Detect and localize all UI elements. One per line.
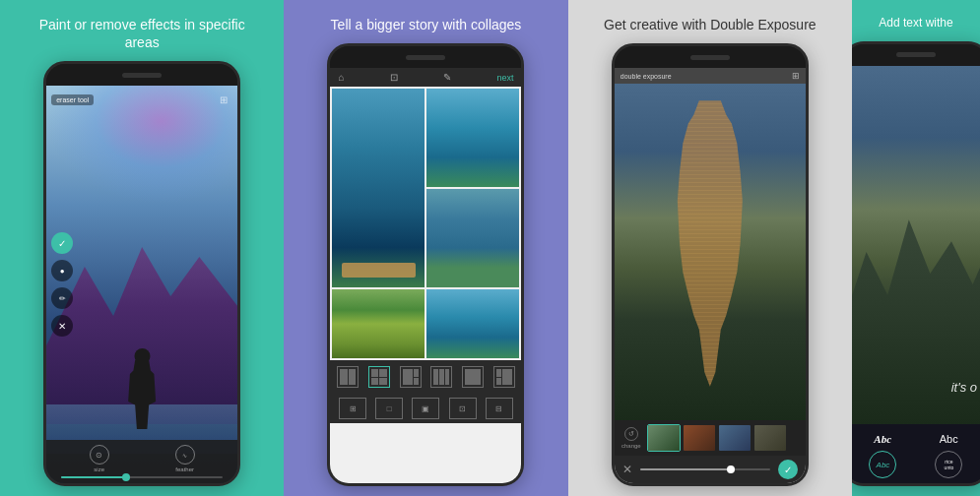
layout-cell bbox=[502, 369, 512, 385]
de-opacity-slider[interactable] bbox=[640, 468, 770, 470]
slider-thumb[interactable] bbox=[122, 473, 130, 481]
layout-cell bbox=[414, 369, 419, 377]
bottom-layout-4[interactable]: ⊡ bbox=[449, 398, 477, 419]
layout-3col-icon[interactable] bbox=[430, 366, 452, 388]
home-nav-icon[interactable]: ⌂ bbox=[338, 72, 344, 83]
text-bg-photo bbox=[852, 66, 980, 424]
phone-speaker-2 bbox=[406, 55, 445, 60]
screen-collage: ⌂ ⊡ ✎ next bbox=[330, 68, 521, 483]
phone-speaker-4 bbox=[896, 52, 936, 57]
bottom-layout-5[interactable]: ⊟ bbox=[486, 398, 513, 419]
panel-eraser-title: Paint or remove effects in specific area… bbox=[33, 16, 250, 51]
text-tools-row: Abc rtceunto bbox=[852, 451, 980, 478]
collage-top-bar: ⌂ ⊡ ✎ next bbox=[330, 68, 521, 87]
font-option-1[interactable]: Abc bbox=[870, 429, 895, 447]
collage-cell-3[interactable] bbox=[426, 189, 519, 287]
font-sans-label: Abc bbox=[936, 431, 962, 447]
de-confirm-button[interactable]: ✓ bbox=[778, 460, 798, 479]
layout-cell bbox=[439, 369, 444, 385]
de-slider-thumb[interactable] bbox=[727, 465, 735, 473]
layout-cell bbox=[433, 369, 438, 385]
phone-collage: ⌂ ⊡ ✎ next bbox=[327, 43, 524, 486]
feather-tool[interactable]: ∿ feather bbox=[175, 445, 195, 472]
rtce-tool[interactable]: rtceunto bbox=[935, 451, 962, 478]
de-layout-icon[interactable]: ⊞ bbox=[792, 71, 800, 81]
person-body bbox=[125, 360, 160, 429]
collage-layouts bbox=[330, 360, 521, 394]
de-change-icon: ↺ bbox=[624, 427, 638, 441]
de-thumb-2[interactable] bbox=[683, 424, 716, 452]
next-button[interactable]: next bbox=[496, 73, 513, 83]
text-photo-area: it's o bbox=[852, 66, 980, 424]
tool-row: ⊙ size ∿ feather bbox=[56, 445, 228, 472]
slider-row bbox=[56, 476, 228, 478]
collage-cell-5[interactable] bbox=[426, 289, 519, 358]
layout-cell bbox=[379, 378, 387, 386]
bottom-layout-3[interactable]: ▣ bbox=[412, 398, 439, 419]
de-cancel-button[interactable]: ✕ bbox=[622, 463, 632, 476]
panel-collage-title: Tell a bigger story with collages bbox=[331, 16, 522, 33]
edit-nav-icon[interactable]: ✎ bbox=[443, 72, 451, 83]
bottom-layout-1[interactable]: ⊞ bbox=[339, 398, 366, 419]
slider-fill bbox=[61, 476, 126, 478]
layout-nav-icon[interactable]: ⊡ bbox=[390, 72, 398, 83]
collage-cell-4[interactable] bbox=[332, 289, 425, 358]
layout-cell bbox=[371, 378, 379, 386]
de-thumb-img-3 bbox=[719, 425, 751, 451]
bottom-layout-bar: ⊞ □ ▣ ⊡ ⊟ bbox=[330, 394, 521, 423]
de-thumb-4[interactable] bbox=[753, 424, 787, 452]
layout-single-icon[interactable] bbox=[462, 366, 484, 388]
phone-eraser: eraser tool ⊞ ✓ ● ✏ ✕ ⊙ size ∿ bbox=[43, 61, 240, 486]
collage-cell-2[interactable] bbox=[426, 89, 519, 187]
layout-mix-icon[interactable] bbox=[368, 366, 390, 388]
de-change-label: change bbox=[618, 443, 645, 449]
de-thumb-3[interactable] bbox=[718, 424, 751, 452]
layout-cell bbox=[496, 369, 501, 377]
check-tool-btn[interactable]: ✓ bbox=[51, 232, 73, 254]
panel-eraser: Paint or remove effects in specific area… bbox=[0, 0, 284, 496]
feather-icon: ∿ bbox=[175, 445, 195, 465]
top-toolbar-eraser: eraser tool ⊞ bbox=[51, 91, 232, 108]
panel-double-exposure: Get creative with Double Exposure double… bbox=[568, 0, 852, 496]
de-thumb-img-2 bbox=[684, 425, 715, 451]
layout-cell bbox=[445, 369, 450, 385]
de-thumb-1[interactable] bbox=[647, 424, 681, 452]
phone-top-bar-1 bbox=[46, 64, 237, 86]
phone-top-bar-4 bbox=[852, 44, 980, 66]
phone-text: it's o Abc Abc Abc bbox=[852, 41, 980, 486]
collage-grid bbox=[330, 87, 521, 289]
phone-double-exposure: double exposure ⊞ ↺ change bbox=[612, 43, 809, 486]
slider-track[interactable] bbox=[61, 476, 223, 478]
panel-collage: Tell a bigger story with collages ⌂ ⊡ ✎ … bbox=[284, 0, 567, 496]
layout-cell bbox=[496, 378, 501, 386]
font-serif-label: Abc bbox=[870, 431, 895, 447]
de-top-bar: double exposure ⊞ bbox=[615, 68, 806, 84]
layout-asymm-icon[interactable] bbox=[400, 366, 422, 388]
collage-cell-1[interactable] bbox=[332, 89, 425, 287]
size-tool[interactable]: ⊙ size bbox=[90, 445, 109, 472]
de-change-button[interactable]: ↺ change bbox=[618, 427, 645, 449]
screen-eraser: eraser tool ⊞ ✓ ● ✏ ✕ ⊙ size ∿ bbox=[46, 86, 237, 483]
layout-icon-btn[interactable]: ⊞ bbox=[215, 91, 232, 108]
layout-mix2-icon[interactable] bbox=[493, 366, 515, 388]
bottom-layout-2[interactable]: □ bbox=[375, 398, 403, 419]
x-tool-btn[interactable]: ✕ bbox=[51, 315, 73, 337]
layout-cell bbox=[414, 378, 419, 386]
pencil-tool-btn[interactable]: ✏ bbox=[51, 287, 73, 309]
panel-de-title: Get creative with Double Exposure bbox=[604, 16, 817, 33]
de-main-image bbox=[615, 84, 806, 420]
screen-text: it's o Abc Abc Abc bbox=[852, 66, 980, 483]
layout-2col-icon[interactable] bbox=[337, 366, 359, 388]
feather-label: feather bbox=[175, 466, 195, 472]
text-overlay: it's o bbox=[951, 380, 977, 395]
de-slider-fill bbox=[640, 468, 731, 470]
size-icon: ⊙ bbox=[90, 445, 109, 465]
abc-circle-tool[interactable]: Abc bbox=[869, 451, 896, 478]
text-content: it's o bbox=[951, 380, 977, 395]
circle-tool-btn[interactable]: ● bbox=[51, 260, 73, 281]
font-option-2[interactable]: Abc bbox=[936, 429, 962, 447]
layout-cell bbox=[349, 369, 357, 385]
phone-speaker-3 bbox=[690, 55, 730, 60]
font-options-row: Abc Abc bbox=[852, 429, 980, 447]
layout-cell bbox=[379, 369, 387, 377]
